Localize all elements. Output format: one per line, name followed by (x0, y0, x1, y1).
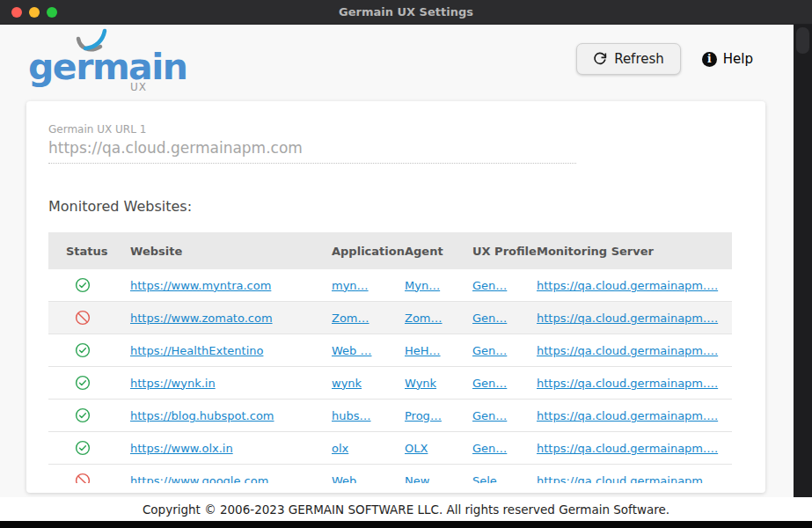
ux-profile-cell: Gen… (472, 279, 537, 292)
close-window-button[interactable] (11, 7, 22, 18)
agent-link[interactable]: Myn… (405, 279, 440, 292)
monitoring-server-cell: https://qa.cloud.germainapm.… (537, 474, 732, 484)
monitoring-server-link[interactable]: https://qa.cloud.germainapm.… (537, 377, 718, 390)
help-button-label: Help (723, 51, 753, 67)
ux-profile-cell: Gen… (472, 377, 537, 390)
application-link[interactable]: Web … (332, 344, 371, 357)
copyright-text: Copyright © 2006-2023 GERMAIN SOFTWARE L… (143, 502, 669, 517)
application-link[interactable]: olx (332, 442, 348, 455)
table-row: https://HealthExtentinoWeb …HeH…Gen…http… (48, 334, 732, 367)
application-link[interactable]: hubs… (332, 409, 371, 422)
table-row: https://www.myntra.commyn…Myn…Gen…https:… (48, 269, 732, 302)
application-link[interactable]: myn… (332, 279, 369, 292)
refresh-icon (593, 52, 607, 66)
monitored-websites-heading: Monitored Websites: (48, 198, 765, 215)
monitoring-server-link[interactable]: https://qa.cloud.germainapm.… (537, 409, 718, 422)
website-link[interactable]: https://HealthExtentino (130, 344, 263, 357)
application-cell: olx (332, 442, 405, 455)
germain-logo: germain UX (26, 35, 158, 93)
window-bottom-edge (0, 521, 812, 528)
window-scrollbar[interactable] (794, 25, 812, 497)
monitoring-server-link[interactable]: https://qa.cloud.germainapm.… (537, 279, 718, 292)
agent-link[interactable]: Zom… (405, 312, 443, 325)
minimize-window-button[interactable] (29, 7, 40, 18)
website-cell: https://www.myntra.com (130, 279, 332, 292)
ux-profile-link[interactable]: Gen… (472, 279, 507, 292)
status-ok-icon (75, 342, 91, 358)
refresh-button-label: Refresh (614, 51, 664, 67)
website-link[interactable]: https://www.google.com (130, 474, 268, 484)
status-cell (48, 440, 130, 456)
info-icon: i (702, 52, 717, 67)
website-link[interactable]: https://www.myntra.com (130, 279, 271, 292)
status-cell (48, 375, 130, 391)
agent-cell: Prog… (405, 409, 472, 422)
ux-profile-link[interactable]: Gen… (472, 409, 507, 422)
monitoring-server-link[interactable]: https://qa.cloud.germainapm.… (537, 344, 718, 357)
monitored-websites-table: StatusWebsiteApplicationAgentUX ProfileM… (48, 232, 732, 483)
status-ok-icon (75, 407, 91, 423)
germain-url-field: Germain UX URL 1 https://qa.cloud.germai… (48, 123, 576, 164)
ux-profile-link[interactable]: Gen… (472, 344, 507, 357)
agent-link[interactable]: New… (405, 474, 441, 484)
titlebar: Germain UX Settings (0, 0, 812, 25)
website-cell: https://wynk.in (130, 377, 332, 390)
status-cell (48, 310, 130, 326)
monitoring-server-cell: https://qa.cloud.germainapm.… (537, 377, 732, 390)
monitoring-server-cell: https://qa.cloud.germainapm.… (537, 442, 732, 455)
status-ok-icon (75, 440, 91, 456)
agent-link[interactable]: Wynk (405, 377, 436, 390)
ux-profile-link[interactable]: Gen… (472, 312, 507, 325)
application-cell: Web … (332, 344, 405, 357)
monitoring-server-cell: https://qa.cloud.germainapm.… (537, 409, 732, 422)
website-link[interactable]: https://blog.hubspot.com (130, 409, 274, 422)
agent-link[interactable]: Prog… (405, 409, 442, 422)
application-cell: Zom… (332, 312, 405, 325)
monitoring-server-link[interactable]: https://qa.cloud.germainapm.… (537, 442, 718, 455)
url-field-input[interactable]: https://qa.cloud.germainapm.com (48, 139, 576, 157)
website-cell: https://blog.hubspot.com (130, 409, 332, 422)
monitoring-server-link[interactable]: https://qa.cloud.germainapm.… (537, 312, 718, 325)
application-link[interactable]: Zom… (332, 312, 369, 325)
column-header-application: Application (332, 245, 405, 258)
website-cell: https://www.olx.in (130, 442, 332, 455)
website-cell: https://www.google.com (130, 474, 332, 484)
help-button[interactable]: i Help (702, 51, 753, 67)
agent-cell: Wynk (405, 377, 472, 390)
monitoring-server-cell: https://qa.cloud.germainapm.… (537, 279, 732, 292)
agent-link[interactable]: OLX (405, 442, 428, 455)
agent-link[interactable]: HeH… (405, 344, 441, 357)
status-ok-icon (75, 375, 91, 391)
footer: Copyright © 2006-2023 GERMAIN SOFTWARE L… (0, 497, 812, 521)
website-cell: https://HealthExtentino (130, 344, 332, 357)
table-body: https://www.myntra.commyn…Myn…Gen…https:… (48, 269, 732, 483)
column-header-monitoring-server: Monitoring Server (537, 245, 732, 258)
maximize-window-button[interactable] (47, 7, 57, 18)
settings-card: Germain UX URL 1 https://qa.cloud.germai… (26, 101, 765, 493)
ux-profile-link[interactable]: Sele… (472, 474, 508, 484)
column-header-agent: Agent (405, 245, 472, 258)
refresh-button[interactable]: Refresh (576, 43, 681, 75)
status-cell (48, 473, 130, 483)
ux-profile-cell: Sele… (472, 474, 537, 484)
application-link[interactable]: wynk (332, 377, 362, 390)
table-row: https://wynk.inwynkWynkGen…https://qa.cl… (48, 367, 732, 400)
ux-profile-link[interactable]: Gen… (472, 442, 507, 455)
agent-cell: Myn… (405, 279, 472, 292)
agent-cell: New… (405, 474, 472, 484)
agent-cell: OLX (405, 442, 472, 455)
ux-profile-cell: Gen… (472, 344, 537, 357)
website-link[interactable]: https://wynk.in (130, 377, 216, 390)
application-cell: wynk (332, 377, 405, 390)
agent-cell: Zom… (405, 312, 472, 325)
monitoring-server-link[interactable]: https://qa.cloud.germainapm.… (537, 474, 718, 484)
table-row: https://www.zomato.comZom…Zom…Gen…https:… (48, 302, 732, 334)
status-ok-icon (75, 277, 91, 293)
scrollbar-thumb[interactable] (796, 27, 809, 54)
url-field-label: Germain UX URL 1 (48, 123, 576, 136)
website-link[interactable]: https://www.zomato.com (130, 312, 273, 325)
column-header-ux-profile: UX Profile (472, 245, 537, 258)
website-link[interactable]: https://www.olx.in (130, 442, 233, 455)
application-link[interactable]: Web… (332, 474, 368, 484)
ux-profile-link[interactable]: Gen… (472, 377, 507, 390)
